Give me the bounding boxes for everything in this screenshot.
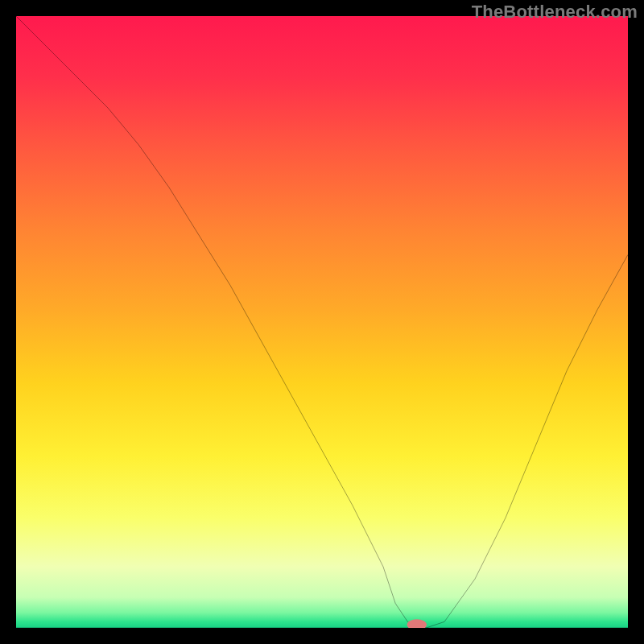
- plot-area: [16, 16, 628, 628]
- chart-frame: TheBottleneck.com: [0, 0, 644, 644]
- chart-svg: [16, 16, 628, 628]
- watermark: TheBottleneck.com: [472, 2, 638, 23]
